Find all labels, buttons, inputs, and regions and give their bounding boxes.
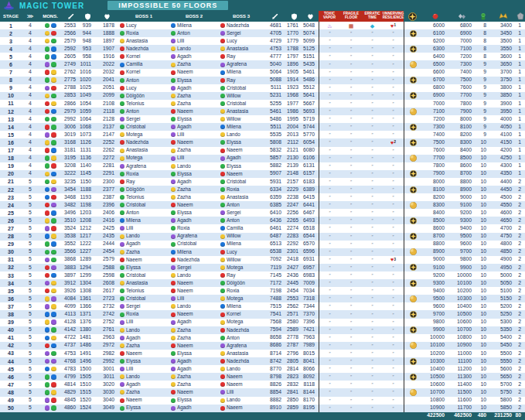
boss-2-cell[interactable]: Zazha bbox=[169, 381, 219, 388]
monster-elements[interactable] bbox=[39, 388, 62, 396]
wave-count[interactable]: 4 bbox=[22, 170, 39, 178]
hazard-cell-2[interactable]: ″ bbox=[362, 264, 383, 271]
stage-number[interactable]: 1 bbox=[0, 22, 22, 29]
hero-attack[interactable]: 2749 bbox=[62, 60, 80, 68]
boss-1-cell[interactable]: Elyssa bbox=[118, 405, 169, 412]
wave-count[interactable]: 4 bbox=[22, 155, 39, 162]
reward-feathers[interactable]: 4500 bbox=[490, 193, 516, 201]
hero-attack[interactable]: 3552 bbox=[62, 241, 80, 248]
reward-stones[interactable]: 2 bbox=[516, 397, 525, 405]
reward-goblins[interactable]: 10 bbox=[476, 201, 490, 209]
hero-defense[interactable]: 1150 bbox=[80, 178, 95, 186]
boss-1-cell[interactable]: Anton bbox=[118, 209, 169, 217]
stage-number[interactable]: 4 bbox=[0, 45, 22, 53]
monster-elements[interactable] bbox=[39, 287, 62, 295]
monster-elements[interactable] bbox=[39, 162, 62, 170]
hazard-cell-2[interactable]: ″ bbox=[362, 138, 383, 146]
hazard-cell-0[interactable]: ″ bbox=[319, 217, 340, 224]
wave-count[interactable]: 4 bbox=[22, 53, 39, 60]
hero-defense[interactable]: 1524 bbox=[80, 405, 95, 412]
wave-count[interactable]: 5 bbox=[22, 186, 39, 193]
hero-hp[interactable]: 1916 bbox=[95, 53, 118, 60]
stage-number[interactable]: 39 bbox=[0, 319, 22, 326]
reward-gems[interactable]: 7800 bbox=[448, 100, 476, 108]
wave-count[interactable]: 5 bbox=[22, 224, 39, 232]
hazard-cell-3[interactable]: ″ bbox=[383, 287, 404, 295]
boss-hp[interactable]: 8195 bbox=[302, 405, 319, 412]
bonus-cell[interactable] bbox=[404, 147, 421, 155]
hazard-cell-3[interactable]: ″ bbox=[383, 77, 404, 84]
reward-goblins[interactable]: 10 bbox=[476, 279, 490, 287]
hero-attack[interactable]: 2605 bbox=[62, 53, 80, 60]
reward-gems[interactable]: 7300 bbox=[448, 60, 476, 68]
wave-count[interactable]: 5 bbox=[22, 193, 39, 201]
bonus-cell[interactable] bbox=[404, 310, 421, 318]
reward-feathers[interactable]: 4350 bbox=[490, 170, 516, 178]
hazard-cell-1[interactable]: ″ bbox=[340, 193, 362, 201]
wave-count[interactable]: 4 bbox=[22, 147, 39, 155]
bonus-cell[interactable] bbox=[404, 53, 421, 60]
hazard-cell-3[interactable]: ″ bbox=[383, 295, 404, 302]
boss-2-cell[interactable]: Anton bbox=[169, 29, 219, 37]
boss-hp[interactable]: 5693 bbox=[302, 108, 319, 115]
bonus-cell[interactable] bbox=[404, 77, 421, 84]
stage-number[interactable]: 49 bbox=[0, 397, 22, 405]
hero-attack[interactable]: 3897 bbox=[62, 271, 80, 279]
hazard-cell-1[interactable]: ″ bbox=[340, 287, 362, 295]
hazard-cell-2[interactable]: ″ bbox=[362, 217, 383, 224]
hero-hp[interactable]: 3020 bbox=[95, 381, 118, 388]
boss-attack[interactable]: 5040 bbox=[264, 60, 285, 68]
hazard-cell-3[interactable]: ″ bbox=[383, 170, 404, 178]
bonus-cell[interactable] bbox=[404, 162, 421, 170]
reward-stones[interactable]: 1 bbox=[516, 69, 525, 77]
reward-gems[interactable]: 10400 bbox=[448, 302, 476, 310]
hero-hp[interactable]: 2579 bbox=[95, 256, 118, 264]
bonus-cell[interactable] bbox=[404, 45, 421, 53]
reward-gems[interactable]: 7700 bbox=[448, 92, 476, 100]
reward-goblins[interactable]: 10 bbox=[476, 334, 490, 342]
hazard-cell-0[interactable]: ″ bbox=[319, 92, 340, 100]
hero-hp[interactable]: 2272 bbox=[95, 155, 118, 162]
hero-hp[interactable]: 2608 bbox=[95, 279, 118, 287]
reward-stones[interactable]: 2 bbox=[516, 319, 525, 326]
hazard-cell-1[interactable]: ″ bbox=[340, 334, 362, 342]
hero-defense[interactable]: 1126 bbox=[80, 138, 95, 146]
boss-attack[interactable]: 8658 bbox=[264, 334, 285, 342]
hazard-cell-3[interactable]: ″ bbox=[383, 201, 404, 209]
boss-2-cell[interactable]: Agadh bbox=[169, 53, 219, 60]
bonus-cell[interactable] bbox=[404, 60, 421, 68]
hazard-cell-3[interactable]: ″ bbox=[383, 178, 404, 186]
reward-gems[interactable]: 7600 bbox=[448, 84, 476, 92]
reward-gems[interactable]: 6900 bbox=[448, 29, 476, 37]
reward-gems[interactable]: 11700 bbox=[448, 405, 476, 412]
reward-gems[interactable]: 11600 bbox=[448, 397, 476, 405]
boss-3-cell[interactable]: Anastasia bbox=[219, 108, 264, 115]
reward-stones[interactable]: 1 bbox=[516, 60, 525, 68]
reward-feathers[interactable]: 3950 bbox=[490, 108, 516, 115]
hazard-cell-1[interactable]: ″ bbox=[340, 357, 362, 365]
hazard-cell-2[interactable]: ″ bbox=[362, 84, 383, 92]
hero-attack[interactable]: 3195 bbox=[62, 155, 80, 162]
boss-3-cell[interactable]: Roxia bbox=[219, 186, 264, 193]
reward-stones[interactable]: 1 bbox=[516, 29, 525, 37]
hazard-cell-0[interactable]: ″ bbox=[319, 77, 340, 84]
boss-attack[interactable]: 4753 bbox=[264, 45, 285, 53]
hazard-cell-0[interactable]: ″ bbox=[319, 193, 340, 201]
wave-count[interactable]: 4 bbox=[22, 115, 39, 123]
hazard-cell-2[interactable]: ″ bbox=[362, 131, 383, 138]
hero-defense[interactable]: 1294 bbox=[80, 264, 95, 271]
hazard-cell-2[interactable]: ″ bbox=[362, 209, 383, 217]
reward-gold[interactable]: 6700 bbox=[421, 77, 448, 84]
hero-defense[interactable]: 1140 bbox=[80, 162, 95, 170]
boss-defense[interactable]: 1770 bbox=[285, 29, 302, 37]
reward-gems[interactable]: 7400 bbox=[448, 69, 476, 77]
stage-number[interactable]: 28 bbox=[0, 233, 22, 241]
hazard-cell-3[interactable]: ″ bbox=[383, 45, 404, 53]
hazard-cell-0[interactable]: ″ bbox=[319, 342, 340, 350]
reward-stones[interactable]: 2 bbox=[516, 209, 525, 217]
wave-count[interactable]: 5 bbox=[22, 326, 39, 334]
boss-3-cell[interactable]: Roxia bbox=[219, 287, 264, 295]
boss-hp[interactable]: 6983 bbox=[302, 271, 319, 279]
stage-number[interactable]: 38 bbox=[0, 310, 22, 318]
reward-gems[interactable]: 10900 bbox=[448, 342, 476, 350]
